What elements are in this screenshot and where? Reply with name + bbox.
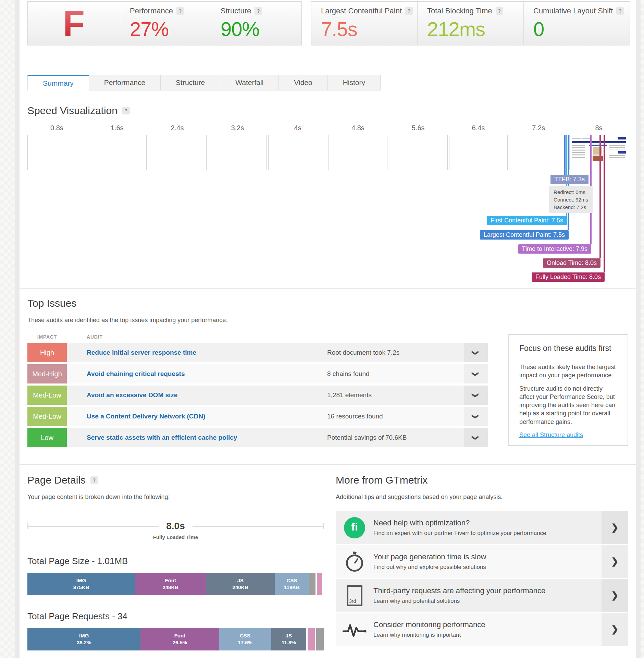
timeline-marker-line (599, 135, 601, 258)
fully-loaded-time-value: 8.0s (159, 521, 193, 532)
audit-link[interactable]: Avoid an excessive DOM size (67, 391, 327, 399)
web-vital-cell: Largest Contentful Paint ? 7.5s (311, 2, 418, 45)
fully-loaded-time-caption: Fully Loaded Time (27, 534, 324, 540)
filmstrip-frame (569, 135, 628, 170)
filmstrip-frame (88, 135, 147, 170)
card-subtitle: Find out why and explore possible soluti… (373, 564, 602, 571)
report-tab[interactable]: Video (279, 75, 327, 90)
chevron-right-icon: ❯ (611, 522, 619, 533)
third-party-icon: 3rd (347, 585, 362, 606)
structure-score-cell: Structure ? 90% (211, 2, 301, 45)
report-tab[interactable]: Waterfall (220, 75, 279, 90)
third-party-requests-card[interactable]: 3rd Third-party requests are affecting y… (336, 579, 628, 612)
chevron-down-icon: ❯ (472, 392, 480, 398)
issue-row: Med-High Avoid chaining critical request… (27, 364, 488, 383)
expand-row-button[interactable]: ❯ (464, 343, 488, 362)
filmstrip-frame (27, 135, 86, 170)
timeline-tick: 3.2s (208, 124, 267, 132)
total-page-requests-title: Total Page Requests - 34 (27, 611, 324, 622)
card-subtitle: Learn why and potential solutions (373, 598, 602, 605)
filmstrip-frame (329, 135, 387, 170)
report-tab[interactable]: Performance (89, 75, 161, 90)
expand-row-button[interactable]: ❯ (464, 386, 488, 405)
report-tabs: Summary Performance Structure Waterfall … (27, 75, 628, 90)
speed-visualization-area: TTFB: 7.3s Redirect: 0ms Connect: 92ms B… (27, 135, 628, 288)
card-title: Your page generation time is slow (373, 552, 602, 561)
see-structure-audits-link[interactable]: See all Structure audits (519, 431, 583, 439)
page-size-bar: IMG 375KB Font 248KB JS 240KB CSS (27, 573, 324, 595)
ttfb-redirect: Redirect: 0ms (554, 188, 588, 196)
report-tab[interactable]: Summary (27, 75, 89, 90)
fiverr-optimization-card[interactable]: fi Need help with optimization? Find an … (336, 511, 628, 544)
page-details-title: Page Details ? (27, 474, 324, 486)
card-title: Third-party requests are affecting your … (373, 586, 602, 595)
audit-link[interactable]: Avoid chaining critical requests (67, 370, 327, 378)
help-icon[interactable]: ? (496, 7, 503, 15)
speed-visualization-title: Speed Visualization ? (27, 105, 628, 117)
issues-table-header: IMPACT AUDIT (27, 334, 488, 340)
timeline-marker-label: TTFB: 7.3s (550, 175, 589, 184)
expand-row-button[interactable]: ❯ (464, 407, 488, 426)
fully-loaded-ruler: 8.0s (27, 521, 324, 532)
expand-row-button[interactable]: ❯ (464, 364, 488, 383)
audit-link[interactable]: Serve static assets with an efficient ca… (67, 434, 327, 441)
help-icon[interactable]: ? (176, 7, 184, 15)
page-requests-segment (308, 628, 315, 650)
web-vital-label: Largest Contentful Paint (321, 7, 402, 15)
monitoring-card[interactable]: Consider monitoring performance Learn wh… (336, 613, 628, 646)
report-page: F Performance ? 27% Structure ? 90% (15, 0, 641, 658)
more-subtitle: Additional tips and suggestions based on… (336, 494, 628, 501)
help-icon[interactable]: ? (616, 7, 624, 15)
stopwatch-icon (346, 555, 363, 572)
timeline-marker-label: Time to Interactive: 7.9s (518, 244, 591, 254)
web-vital-cell: Cumulative Layout Shift ? 0 (524, 2, 630, 45)
audit-detail: 8 chains found (327, 370, 464, 378)
grade-score-box: F Performance ? 27% Structure ? 90% (27, 1, 302, 45)
report-tab[interactable]: Structure (161, 75, 220, 90)
timeline-marker-label: Onload Time: 8.0s (543, 258, 600, 268)
page-size-segment: Font 248KB (135, 573, 206, 595)
timeline-marker-line (564, 135, 566, 175)
timeline-tick: 4.8s (329, 124, 387, 132)
fiverr-icon: fi (344, 517, 365, 538)
timeline-ticks: 0.8s 1.6s 2.4s 3.2s 4s 4.8s 5.6s 6.4s 7.… (27, 124, 628, 132)
filmstrip-frame (509, 135, 568, 170)
impact-badge: Med-Low (27, 407, 67, 426)
help-icon[interactable]: ? (405, 7, 413, 15)
page-details-subtitle: Your page content is broken down into th… (27, 494, 324, 501)
impact-badge: High (27, 343, 67, 362)
focus-panel-title: Focus on these audits first (519, 344, 617, 353)
page-details-column: Page Details ? Your page content is brok… (27, 474, 324, 650)
page-generation-card[interactable]: Your page generation time is slow Find o… (336, 545, 628, 578)
audit-link[interactable]: Reduce initial server response time (67, 349, 327, 356)
web-vital-value: 212ms (427, 18, 523, 40)
timeline-tick: 4s (268, 124, 327, 132)
web-vital-value: 0 (533, 18, 630, 40)
report-tab[interactable]: History (328, 75, 381, 90)
timeline-tick: 1.6s (88, 124, 147, 132)
issue-row: High Reduce initial server response time… (27, 343, 488, 362)
audit-link[interactable]: Use a Content Delivery Network (CDN) (67, 413, 327, 420)
page-requests-segment: Font 26.5% (140, 628, 219, 650)
audit-detail: Potential savings of 70.6KB (327, 434, 464, 441)
help-icon[interactable]: ? (122, 107, 130, 114)
filmstrip-thumbnail (570, 135, 628, 170)
timeline-marker-label: First Contentful Paint: 7.5s (487, 216, 567, 225)
page-requests-segment (316, 628, 324, 650)
chevron-down-icon: ❯ (472, 371, 480, 377)
help-icon[interactable]: ? (90, 476, 98, 484)
timeline-tick: 2.4s (148, 124, 207, 132)
top-issues-subtitle: These audits are identified as the top i… (27, 317, 628, 324)
grade-letter: F (63, 5, 85, 41)
top-issues-title: Top Issues (27, 297, 628, 309)
page-requests-segment: CSS 17.6% (219, 628, 271, 650)
filmstrip-frame (148, 135, 207, 170)
web-vital-value: 7.5s (321, 18, 417, 40)
panel-divider (519, 358, 617, 358)
expand-row-button[interactable]: ❯ (464, 428, 488, 447)
help-icon[interactable]: ? (255, 7, 262, 15)
structure-value: 90% (221, 18, 301, 40)
ttfb-backend: Backend: 7.2s (554, 204, 588, 211)
scoreboard: F Performance ? 27% Structure ? 90% (27, 0, 628, 45)
chevron-down-icon: ❯ (472, 350, 480, 355)
